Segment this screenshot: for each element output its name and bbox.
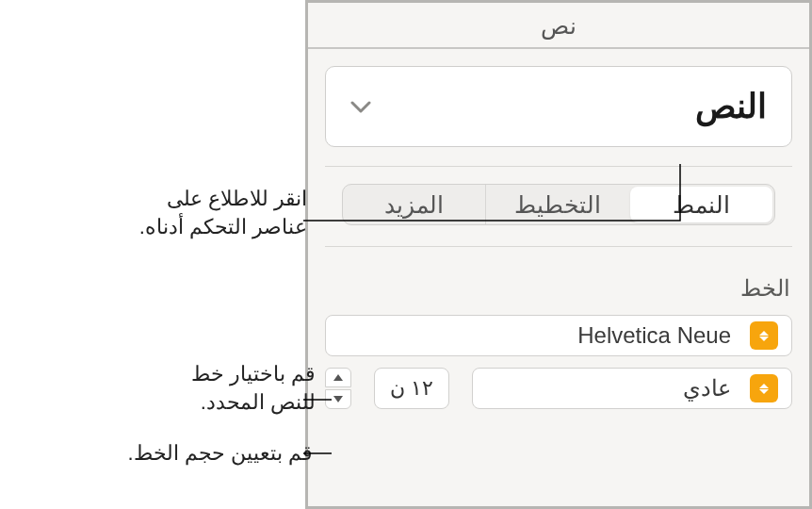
font-size-field[interactable]: ١٢ ن	[374, 368, 449, 409]
paragraph-style-name: النص	[695, 87, 767, 126]
chevron-down-icon	[350, 93, 371, 120]
font-section-label: الخط	[327, 275, 790, 302]
callout-font-size: قم بتعيين حجم الخط.	[11, 439, 313, 468]
inspector-tab-title: نص	[308, 3, 809, 49]
callout-leader	[303, 452, 332, 454]
callout-leader	[303, 164, 680, 239]
font-weight-value: عادي	[473, 375, 744, 402]
callout-tabs: انقر للاطلاع على عناصر التحكم أدناه.	[62, 185, 307, 240]
stepper-up-button[interactable]	[325, 368, 351, 387]
divider	[325, 246, 792, 247]
callout-leader	[303, 399, 332, 401]
callout-font-family: قم باختيار خط للنص المحدد.	[99, 360, 316, 416]
font-family-popup[interactable]: Helvetica Neue	[325, 315, 792, 356]
popup-arrows-icon	[750, 374, 778, 402]
text-inspector-panel: نص النص النمط التخطيط المزيد الخط Helvet…	[305, 0, 812, 509]
font-size-stepper[interactable]	[325, 368, 351, 409]
popup-arrows-icon	[750, 321, 778, 350]
font-weight-popup[interactable]: عادي	[472, 368, 792, 409]
paragraph-style-dropdown[interactable]: النص	[325, 66, 792, 147]
font-family-value: Helvetica Neue	[326, 322, 744, 349]
